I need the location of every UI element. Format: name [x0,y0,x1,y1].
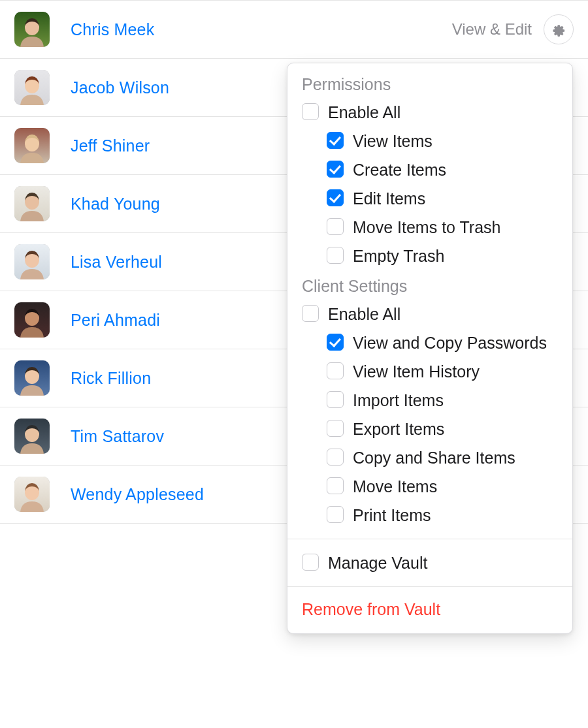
avatar [14,302,50,338]
permission-option[interactable]: Empty Trash [287,242,572,270]
enable-all-option[interactable]: Enable All [287,98,572,127]
section-title: Client Settings [287,277,572,300]
avatar [14,186,50,221]
option-label: Copy and Share Items [353,447,558,469]
checkbox[interactable] [302,305,319,322]
checkbox[interactable] [327,161,344,178]
option-label: Import Items [353,389,558,411]
user-name[interactable]: Chris Meek [71,20,452,39]
avatar-image [14,302,50,338]
divider [287,586,572,587]
permission-option[interactable]: Import Items [287,386,572,415]
option-label: Move Items [353,475,558,498]
user-row[interactable]: Chris Meek View & Edit [0,1,588,59]
permission-option[interactable]: Export Items [287,415,572,443]
avatar-image [14,128,50,163]
checkbox[interactable] [327,334,344,351]
option-label: View Items [353,130,558,152]
permission-option[interactable]: Move Items [287,472,572,501]
checkbox[interactable] [302,103,319,120]
avatar [14,70,50,105]
permission-option[interactable]: View Items [287,127,572,155]
checkbox[interactable] [327,362,344,379]
user-role-label: View & Edit [452,20,532,39]
avatar-image [14,186,50,221]
checkbox[interactable] [302,554,319,571]
checkbox[interactable] [327,247,344,264]
option-label: Move Items to Trash [353,216,558,238]
avatar-image [14,70,50,105]
section-title: Permissions [287,75,572,98]
option-label: Enable All [328,101,558,123]
checkbox[interactable] [327,132,344,149]
avatar [14,128,50,163]
option-label: View Item History [353,360,558,383]
avatar [14,419,50,454]
option-label: Edit Items [353,187,558,210]
divider [287,539,572,539]
avatar [14,360,50,396]
option-label: Print Items [353,504,558,526]
avatar-image [14,244,50,279]
option-label: Create Items [353,159,558,181]
option-label: Enable All [328,303,558,325]
permission-option[interactable]: View and Copy Passwords [287,328,572,357]
option-label: Export Items [353,418,558,440]
permission-option[interactable]: Print Items [287,501,572,530]
avatar-image [14,12,50,47]
avatar-image [14,419,50,454]
permission-option[interactable]: Copy and Share Items [287,443,572,472]
remove-from-vault[interactable]: Remove from Vault [287,596,572,623]
settings-button[interactable] [544,14,574,44]
checkbox[interactable] [327,506,344,523]
checkbox[interactable] [327,391,344,408]
permission-option[interactable]: Create Items [287,155,572,184]
avatar-image [14,360,50,396]
avatar [14,244,50,279]
permission-option[interactable]: Move Items to Trash [287,213,572,242]
checkbox[interactable] [327,420,344,437]
option-label: Manage Vault [328,552,558,574]
checkbox[interactable] [327,477,344,494]
option-label: Empty Trash [353,245,558,267]
enable-all-option[interactable]: Enable All [287,300,572,328]
option-label: View and Copy Passwords [353,332,558,354]
avatar-image [14,477,50,512]
permission-option[interactable]: Edit Items [287,184,572,213]
permission-option[interactable]: View Item History [287,357,572,386]
avatar [14,477,50,512]
checkbox[interactable] [327,449,344,466]
checkbox[interactable] [327,218,344,235]
gear-icon [551,22,566,37]
avatar [14,12,50,47]
checkbox[interactable] [327,189,344,206]
permissions-popover: Permissions Enable All View Items Create… [287,63,573,634]
manage-vault-option[interactable]: Manage Vault [287,548,572,577]
